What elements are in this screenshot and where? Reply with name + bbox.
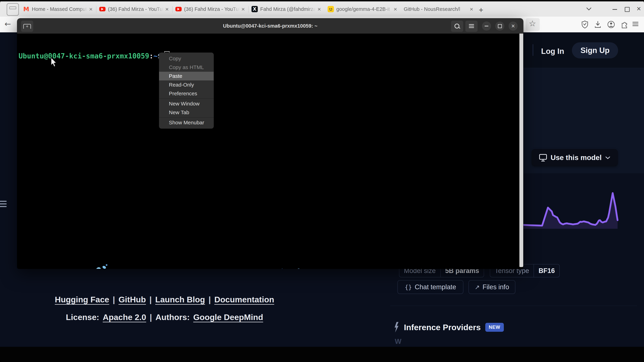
artifact-dot — [96, 267, 101, 269]
tensor-type-value: BF16 — [534, 267, 559, 275]
privacy-shield-icon[interactable] — [581, 20, 588, 28]
chat-template-icon: {} — [405, 284, 412, 291]
terminal-scrollbar[interactable] — [520, 33, 523, 267]
window-maximize-button[interactable] — [625, 7, 630, 12]
browser-tab[interactable]: X Fahd Mirza (@fahdmirza × — [249, 3, 324, 15]
tab-title: google/gemma-4-E2B-it — [336, 6, 392, 12]
new-tab-plus-icon: + — [23, 24, 31, 29]
terminal-minimize-button[interactable] — [482, 21, 491, 30]
tab-divider — [172, 6, 172, 12]
huggingface-icon — [328, 6, 334, 12]
nav-divider — [533, 44, 533, 56]
footer-separator: | — [150, 295, 152, 304]
close-icon[interactable]: × — [394, 6, 397, 12]
browser-tab[interactable]: (36) Fahd Mirza - YouTub × — [172, 3, 248, 15]
tab-list-chevron-icon[interactable] — [586, 7, 592, 11]
browser-tab[interactable]: GitHub - NousResearch/l × — [401, 3, 476, 15]
footer-link-huggingface[interactable]: Hugging Face — [55, 295, 109, 304]
close-icon[interactable]: × — [241, 6, 245, 12]
use-this-model-button[interactable]: Use this model — [532, 149, 618, 166]
menu-item-paste[interactable]: Paste — [159, 72, 214, 80]
downloads-icon[interactable] — [594, 21, 601, 28]
menu-item-show-menubar[interactable]: Show Menubar — [159, 118, 214, 127]
search-icon — [454, 23, 460, 29]
authors-link[interactable]: Google DeepMind — [193, 312, 263, 322]
monitor-icon — [539, 154, 547, 162]
terminal-prompt: Ubuntu@0047-kci-sma6-prxmx10059:~$ — [18, 51, 170, 61]
tab-title: Fahd Mirza (@fahdmirza — [260, 6, 316, 12]
artifact-dot — [102, 265, 106, 269]
new-badge: NEW — [485, 323, 504, 332]
footer-link-launch-blog[interactable]: Launch Blog — [155, 295, 205, 304]
files-info-label: Files info — [482, 283, 509, 291]
browser-tab[interactable]: M Home - Massed Compute × — [20, 3, 96, 15]
bookmark-star-icon[interactable]: ☆ — [529, 19, 536, 28]
terminal-maximize-button[interactable] — [495, 21, 504, 30]
files-info-button[interactable]: ↗ Files info — [468, 280, 516, 294]
downloads-sparkline — [522, 185, 622, 229]
cutoff-text: W — [395, 338, 402, 345]
terminal-body[interactable]: Ubuntu@0047-kci-sma6-prxmx10059:~$ — [17, 33, 523, 269]
window-close-button[interactable]: × — [637, 4, 641, 13]
downloads-sparkline-line — [522, 193, 618, 226]
terminal-new-tab-button[interactable]: + — [21, 21, 33, 32]
artifact-dot — [106, 264, 108, 266]
footer-link-documentation[interactable]: Documentation — [214, 295, 274, 304]
browser-tab-bar: M Home - Massed Compute × (36) Fahd Mirz… — [0, 1, 644, 16]
menu-separator — [159, 98, 214, 99]
back-icon[interactable]: ← — [4, 19, 11, 28]
minimize-icon — [484, 26, 488, 26]
chat-template-label: Chat template — [415, 283, 456, 291]
terminal-menu-button[interactable] — [465, 21, 478, 32]
browser-tab[interactable]: (36) Fahd Mirza - YouTub × — [96, 3, 172, 15]
youtube-icon — [99, 7, 106, 11]
use-this-model-label: Use this model — [550, 154, 602, 162]
new-tab-button[interactable]: + — [479, 5, 483, 14]
footer-separator: | — [208, 295, 211, 304]
close-icon[interactable]: × — [89, 6, 92, 12]
prompt-path: ~ — [154, 52, 158, 60]
massed-compute-icon: M — [23, 6, 30, 12]
menu-item-copy[interactable]: Copy — [159, 54, 214, 63]
maximize-icon — [498, 24, 502, 28]
authors-label: Authors: — [156, 312, 190, 322]
tab-title: (36) Fahd Mirza - YouTub — [108, 6, 164, 12]
artifact-dot — [282, 268, 283, 269]
lightning-bolt-icon — [394, 322, 399, 333]
tab-title: Home - Massed Compute — [32, 6, 87, 12]
footer-link-github[interactable]: GitHub — [118, 295, 146, 304]
terminal-title: Ubuntu@0047-kci-sma6-prxmx10059: ~ — [17, 23, 523, 29]
close-icon[interactable]: × — [470, 6, 473, 12]
menu-item-read-only[interactable]: Read-Only — [159, 80, 214, 89]
menu-item-new-window[interactable]: New Window — [159, 99, 214, 108]
menu-separator — [159, 117, 214, 118]
browser-menu-icon[interactable] — [632, 22, 638, 26]
chat-template-button[interactable]: {} Chat template — [398, 280, 464, 294]
terminal-close-button[interactable]: × — [508, 21, 518, 30]
close-icon[interactable]: × — [165, 6, 169, 12]
chevron-down-icon — [605, 156, 610, 159]
tab-divider — [96, 6, 96, 12]
account-icon[interactable] — [607, 20, 615, 28]
browser-tab-active[interactable]: google/gemma-4-E2B-it × — [325, 3, 400, 15]
window-minimize-button[interactable] — [612, 9, 617, 10]
tab-title: GitHub - NousResearch/l — [404, 6, 468, 12]
license-link[interactable]: Apache 2.0 — [103, 312, 146, 322]
extensions-puzzle-icon[interactable] — [620, 20, 628, 28]
menu-item-new-tab[interactable]: New Tab — [159, 108, 214, 117]
menu-item-preferences[interactable]: Preferences — [159, 89, 214, 98]
signup-button[interactable]: Sign Up — [572, 42, 618, 58]
menu-item-copy-as-html[interactable]: Copy as HTML — [159, 63, 214, 72]
close-icon[interactable]: × — [318, 6, 321, 12]
firefox-view-icon[interactable] — [7, 3, 19, 16]
terminal-titlebar[interactable]: Ubuntu@0047-kci-sma6-prxmx10059: ~ + × — [17, 18, 523, 33]
terminal-window: Ubuntu@0047-kci-sma6-prxmx10059: ~ + × U… — [17, 18, 523, 269]
hamburger-menu-icon — [469, 24, 474, 28]
license-label: License: — [66, 312, 99, 322]
inference-providers-heading: Inference Providers NEW — [394, 322, 504, 333]
page-menu-icon[interactable] — [0, 201, 7, 208]
prompt-colon: : — [149, 52, 154, 60]
arrow-up-right-icon: ↗ — [475, 284, 480, 291]
terminal-search-button[interactable] — [451, 21, 463, 32]
login-link[interactable]: Log In — [541, 47, 564, 56]
